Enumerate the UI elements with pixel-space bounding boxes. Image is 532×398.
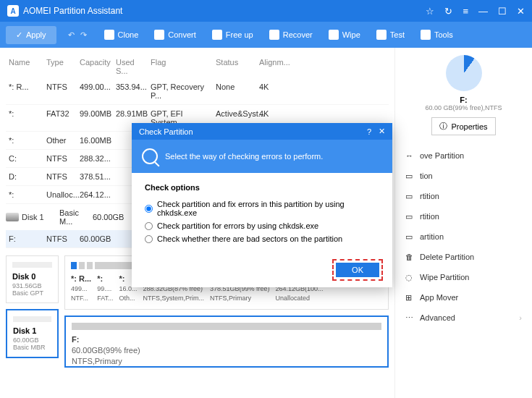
sidebar-item[interactable]: ⋯Advanced› bbox=[402, 308, 525, 328]
dialog-close-icon[interactable]: ✕ bbox=[379, 127, 385, 136]
col-used[interactable]: Used S... bbox=[113, 58, 148, 75]
sidebar-item[interactable]: ▭tion bbox=[402, 166, 525, 186]
star-icon[interactable]: ☆ bbox=[426, 6, 434, 17]
sidebar-item[interactable]: 🗑Delete Partition bbox=[402, 247, 525, 267]
drive-subtitle: 60.00 GB(99% free),NTFS bbox=[402, 104, 525, 111]
disk-icon bbox=[6, 213, 19, 221]
disk1-card[interactable]: Disk 1 60.00GB Basic MBR bbox=[6, 309, 59, 358]
toolbar: ✓Apply ↶↷ Clone Convert Free up Recover … bbox=[0, 22, 532, 48]
check-icon: ✓ bbox=[16, 30, 22, 40]
sidebar-item[interactable]: ▭artition bbox=[402, 226, 525, 247]
recover-button[interactable]: Recover bbox=[263, 25, 318, 44]
col-capacity[interactable]: Capacity bbox=[77, 58, 113, 75]
table-header: Name Type Capacity Used S... Flag Status… bbox=[6, 55, 389, 78]
sidebar-item[interactable]: ▭rtition bbox=[402, 186, 525, 206]
refresh-icon[interactable]: ↻ bbox=[444, 6, 452, 17]
properties-button[interactable]: ⓘProperties bbox=[431, 117, 495, 135]
option-fix[interactable]: Check partition and fix errors in this p… bbox=[145, 198, 379, 219]
wipe-icon bbox=[329, 30, 339, 40]
tools-icon bbox=[421, 30, 431, 40]
test-icon bbox=[376, 30, 387, 40]
recover-icon bbox=[269, 30, 279, 40]
sidebar-item[interactable]: ▭rtition bbox=[402, 206, 525, 226]
disk0-card[interactable]: Disk 0 931.56GB Basic GPT bbox=[6, 255, 59, 303]
check-partition-dialog: Check Partition?✕ Select the way of chec… bbox=[132, 123, 392, 287]
menu-icon[interactable]: ≡ bbox=[463, 6, 468, 17]
options-heading: Check options bbox=[145, 183, 379, 192]
freeup-button[interactable]: Free up bbox=[206, 25, 259, 44]
sidebar-item[interactable]: ◌Wipe Partition bbox=[402, 267, 525, 287]
sidebar: F: 60.00 GB(99% free),NTFS ⓘProperties ↔… bbox=[394, 48, 532, 398]
freeup-icon bbox=[212, 30, 222, 40]
convert-icon bbox=[154, 30, 164, 40]
disk1-strip[interactable]: F:60.00GB(99% free)NTFS,Primary bbox=[64, 316, 389, 368]
search-icon bbox=[142, 148, 158, 164]
option-check[interactable]: Check partition for errors by using chkd… bbox=[145, 219, 379, 232]
table-row[interactable]: *: R...NTFS499.00...353.94...GPT, Recove… bbox=[6, 78, 389, 105]
clone-button[interactable]: Clone bbox=[98, 25, 145, 44]
info-icon: ⓘ bbox=[439, 121, 447, 132]
col-status[interactable]: Status bbox=[213, 58, 256, 75]
help-icon[interactable]: ? bbox=[367, 127, 371, 136]
wipe-button[interactable]: Wipe bbox=[323, 25, 366, 44]
dialog-title: Check Partition bbox=[139, 127, 367, 136]
undo-icon[interactable]: ↶ bbox=[68, 30, 75, 40]
titlebar: A AOMEI Partition Assistant ☆ ↻ ≡ — ☐ ✕ bbox=[0, 0, 532, 22]
maximize-icon[interactable]: ☐ bbox=[498, 6, 507, 17]
app-title: AOMEI Partition Assistant bbox=[23, 6, 426, 16]
redo-icon[interactable]: ↷ bbox=[80, 30, 87, 40]
usage-pie bbox=[446, 55, 482, 91]
clone-icon bbox=[104, 30, 114, 40]
apply-button[interactable]: ✓Apply bbox=[6, 26, 56, 44]
sidebar-item[interactable]: ↔ove Partition bbox=[402, 145, 525, 166]
col-type[interactable]: Type bbox=[43, 58, 77, 75]
drive-title: F: bbox=[402, 96, 525, 104]
convert-button[interactable]: Convert bbox=[148, 25, 202, 44]
minimize-icon[interactable]: — bbox=[478, 6, 488, 17]
close-icon[interactable]: ✕ bbox=[517, 6, 525, 17]
col-name[interactable]: Name bbox=[6, 58, 43, 75]
col-flag[interactable]: Flag bbox=[148, 58, 213, 75]
dialog-banner: Select the way of checking errors to per… bbox=[165, 152, 323, 161]
ok-button[interactable]: OK bbox=[336, 263, 379, 277]
tools-button[interactable]: Tools bbox=[415, 25, 459, 44]
test-button[interactable]: Test bbox=[371, 25, 410, 44]
option-badsector[interactable]: Check whether there are bad sectors on t… bbox=[145, 232, 379, 245]
app-icon: A bbox=[7, 5, 19, 17]
sidebar-item[interactable]: ⊞App Mover bbox=[402, 287, 525, 308]
col-align[interactable]: Alignm... bbox=[256, 58, 292, 75]
